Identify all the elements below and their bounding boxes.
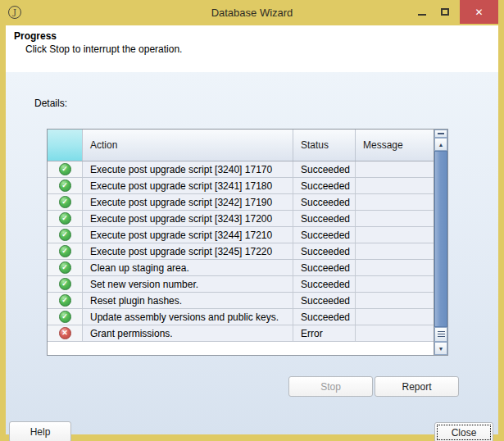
row-message-cell bbox=[356, 325, 434, 341]
row-status-cell: Succeeded bbox=[293, 309, 356, 325]
grid-vertical-scrollbar[interactable]: ▲ ▼ bbox=[434, 129, 448, 356]
table-row[interactable]: ✓Execute post upgrade script [3242] 1719… bbox=[48, 194, 434, 211]
row-status-icon-cell: ✓ bbox=[48, 276, 83, 292]
row-message-cell bbox=[356, 211, 434, 226]
table-row[interactable]: ✓Set new version number.Succeeded bbox=[48, 276, 434, 293]
row-action-cell: Reset plugin hashes. bbox=[83, 293, 293, 308]
window-close-button[interactable]: ✕ bbox=[460, 0, 498, 24]
minimize-icon bbox=[418, 14, 426, 16]
row-status-cell: Succeeded bbox=[293, 260, 356, 275]
row-message-cell bbox=[356, 260, 434, 275]
row-status-icon-cell: ✓ bbox=[48, 243, 83, 259]
scrollbar-thumb[interactable] bbox=[434, 151, 447, 327]
row-message-cell bbox=[356, 161, 434, 177]
row-status-cell: Succeeded bbox=[293, 194, 356, 210]
maximize-icon bbox=[441, 8, 449, 16]
scrollbar-split-icon bbox=[438, 133, 444, 134]
error-x-icon: ✕ bbox=[59, 327, 71, 339]
row-status-cell: Succeeded bbox=[293, 211, 356, 226]
help-button[interactable]: Help bbox=[9, 421, 71, 441]
row-action-cell: Clean up staging area. bbox=[83, 260, 293, 275]
row-message-cell bbox=[356, 194, 434, 210]
row-status-icon-cell: ✓ bbox=[48, 178, 83, 193]
success-check-icon: ✓ bbox=[59, 311, 71, 323]
row-message-cell bbox=[356, 243, 434, 259]
maximize-button[interactable] bbox=[435, 0, 455, 24]
row-status-cell: Succeeded bbox=[293, 243, 356, 259]
dialog-client-area: Progress Click Stop to interrupt the ope… bbox=[6, 25, 498, 434]
row-status-icon-cell: ✓ bbox=[48, 260, 83, 275]
scrollbar-up-button[interactable]: ▲ bbox=[434, 138, 447, 151]
success-check-icon: ✓ bbox=[59, 229, 71, 241]
row-action-cell: Execute post upgrade script [3245] 17220 bbox=[83, 243, 293, 259]
scrollbar-grip-icon bbox=[438, 331, 445, 338]
title-bar[interactable]: J Database Wizard ✕ bbox=[0, 0, 504, 25]
success-check-icon: ✓ bbox=[59, 196, 71, 208]
minimize-button[interactable] bbox=[412, 0, 432, 24]
step-subtitle: Click Stop to interrupt the operation. bbox=[25, 43, 182, 55]
row-action-cell: Execute post upgrade script [3244] 17210 bbox=[83, 227, 293, 243]
success-check-icon: ✓ bbox=[59, 261, 71, 274]
row-status-icon-cell: ✓ bbox=[48, 293, 83, 308]
progress-details-grid: Action Status Message ✓Execute post upgr… bbox=[47, 129, 434, 356]
row-message-cell bbox=[356, 293, 434, 308]
success-check-icon: ✓ bbox=[59, 212, 71, 225]
row-message-cell bbox=[356, 309, 434, 325]
column-header-action[interactable]: Action bbox=[83, 130, 293, 161]
row-status-cell: Succeeded bbox=[293, 161, 356, 177]
success-check-icon: ✓ bbox=[59, 163, 71, 175]
table-row[interactable]: ✕Grant permissions.Error bbox=[48, 325, 434, 342]
table-row[interactable]: ✓Update assembly versions and public key… bbox=[48, 309, 434, 325]
row-status-icon-cell: ✓ bbox=[48, 227, 83, 243]
row-message-cell bbox=[356, 178, 434, 193]
row-status-icon-cell: ✕ bbox=[48, 325, 83, 341]
table-row[interactable]: ✓Reset plugin hashes.Succeeded bbox=[48, 293, 434, 309]
success-check-icon: ✓ bbox=[59, 294, 71, 307]
row-status-icon-cell: ✓ bbox=[48, 161, 83, 177]
close-icon: ✕ bbox=[474, 7, 483, 17]
row-message-cell bbox=[356, 227, 434, 243]
table-row[interactable]: ✓Execute post upgrade script [3243] 1720… bbox=[48, 211, 434, 227]
scrollbar-down-button[interactable]: ▼ bbox=[434, 342, 447, 355]
stop-button[interactable]: Stop bbox=[288, 376, 373, 397]
row-message-cell bbox=[356, 276, 434, 292]
table-row[interactable]: ✓Execute post upgrade script [3241] 1718… bbox=[48, 178, 434, 194]
dialog-body: Details: Action Status Message ✓Execute … bbox=[6, 72, 498, 434]
report-button[interactable]: Report bbox=[375, 376, 459, 397]
scroll-down-arrow-icon: ▼ bbox=[438, 346, 444, 352]
table-row[interactable]: ✓Clean up staging area.Succeeded bbox=[48, 260, 434, 276]
details-label: Details: bbox=[34, 98, 67, 109]
grid-header-row: Action Status Message bbox=[48, 130, 434, 161]
close-button[interactable]: Close bbox=[434, 422, 493, 441]
row-action-cell: Execute post upgrade script [3242] 17190 bbox=[83, 194, 293, 210]
scrollbar-split-button[interactable] bbox=[434, 130, 447, 138]
row-status-cell: Succeeded bbox=[293, 178, 356, 193]
row-status-cell: Succeeded bbox=[293, 293, 356, 308]
success-check-icon: ✓ bbox=[59, 180, 71, 192]
scrollbar-grip-button[interactable] bbox=[434, 327, 447, 342]
table-row[interactable]: ✓Execute post upgrade script [3240] 1717… bbox=[48, 161, 434, 178]
success-check-icon: ✓ bbox=[59, 245, 71, 257]
row-status-cell: Succeeded bbox=[293, 276, 356, 292]
database-wizard-window: J Database Wizard ✕ Progress Click Stop … bbox=[0, 0, 504, 441]
scroll-up-arrow-icon: ▲ bbox=[438, 142, 444, 148]
row-action-cell: Execute post upgrade script [3240] 17170 bbox=[83, 161, 293, 177]
column-header-status[interactable]: Status bbox=[293, 130, 356, 161]
row-action-cell: Execute post upgrade script [3241] 17180 bbox=[83, 178, 293, 193]
row-action-cell: Set new version number. bbox=[83, 276, 293, 292]
wizard-step-header: Progress Click Stop to interrupt the ope… bbox=[6, 25, 498, 72]
column-header-status-icon[interactable] bbox=[48, 130, 83, 161]
row-action-cell: Grant permissions. bbox=[83, 325, 293, 341]
row-status-icon-cell: ✓ bbox=[48, 211, 83, 226]
row-status-icon-cell: ✓ bbox=[48, 309, 83, 325]
column-header-message[interactable]: Message bbox=[356, 130, 434, 161]
table-row[interactable]: ✓Execute post upgrade script [3244] 1721… bbox=[48, 227, 434, 243]
table-row[interactable]: ✓Execute post upgrade script [3245] 1722… bbox=[48, 243, 434, 260]
grid-empty-area bbox=[48, 342, 434, 355]
row-status-cell: Succeeded bbox=[293, 227, 356, 243]
row-action-cell: Update assembly versions and public keys… bbox=[83, 309, 293, 325]
row-status-cell: Error bbox=[293, 325, 356, 341]
step-title: Progress bbox=[14, 30, 57, 42]
row-action-cell: Execute post upgrade script [3243] 17200 bbox=[83, 211, 293, 226]
success-check-icon: ✓ bbox=[59, 278, 71, 290]
